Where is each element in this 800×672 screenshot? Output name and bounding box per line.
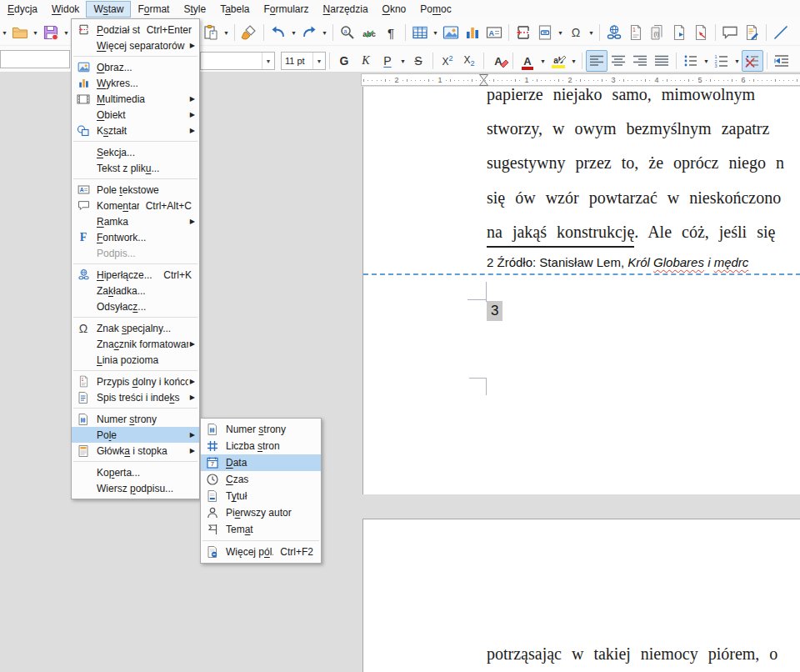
menuitem-sekcja[interactable]: Sekcja... — [72, 144, 199, 160]
menuitem-pole-tekstowe[interactable]: Pole tekstowe — [72, 182, 199, 198]
new-document-dropdown[interactable]: ▼ — [0, 22, 9, 43]
insert-endnote-button[interactable] — [647, 22, 668, 43]
justify-button[interactable] — [651, 50, 672, 72]
redo-dropdown[interactable]: ▼ — [320, 22, 329, 43]
menuitem-wiecej-separatorow[interactable]: Więcej separatorów▶ — [72, 38, 199, 53]
menu-okno[interactable]: Okno — [376, 2, 413, 17]
menuitem-zakladka[interactable]: Zakładka... — [72, 283, 199, 298]
open-button[interactable] — [9, 22, 31, 43]
bullet-list-dropdown[interactable]: ▼ — [702, 50, 711, 72]
insert-table-button[interactable] — [409, 22, 431, 43]
menuitem-glowka-i-stopka[interactable]: Główka i stopka▶ — [72, 443, 199, 459]
paste-button[interactable] — [200, 22, 222, 43]
numbered-list-dropdown[interactable]: ▼ — [732, 50, 742, 72]
submenuitem-wiecej-pol[interactable]: Więcej pól...Ctrl+F2 — [201, 544, 321, 560]
menuitem-odsylacz[interactable]: Odsyłacz... — [72, 298, 199, 314]
menuitem-wykres[interactable]: Wykres... — [72, 75, 199, 91]
clone-formatting-button[interactable] — [238, 22, 260, 43]
menuitem-ramka[interactable]: Ramka▶ — [72, 213, 199, 229]
open-dropdown[interactable]: ▼ — [31, 22, 40, 43]
bullet-list-button[interactable] — [680, 50, 702, 72]
font-size-combobox[interactable]: 11 pt▼ — [281, 52, 326, 70]
insert-pagebreak-button[interactable] — [512, 22, 534, 43]
numbered-list-button[interactable] — [711, 50, 732, 72]
align-right-button[interactable] — [629, 50, 651, 72]
menu-narzedzia[interactable]: Narzędzia — [317, 2, 375, 17]
menuitem-ksztalt[interactable]: Kształt▶ — [72, 123, 199, 138]
paste-dropdown[interactable]: ▼ — [222, 22, 231, 43]
formatting-marks-button[interactable]: ¶ — [380, 22, 402, 43]
menuitem-komentarz[interactable]: KomentarzCtrl+Alt+C — [72, 198, 199, 213]
highlight-color-button[interactable]: ab — [548, 50, 569, 72]
underline-dropdown[interactable]: ▼ — [398, 50, 408, 72]
font-color-button[interactable]: A — [517, 50, 538, 72]
redo-button[interactable] — [298, 22, 320, 43]
menuitem-wiersz-podpisu[interactable]: Wiersz podpisu... — [72, 480, 199, 496]
no-list-button[interactable] — [742, 50, 763, 72]
spellcheck-button[interactable]: abc — [358, 22, 380, 43]
insert-chart-button[interactable] — [462, 22, 483, 43]
insert-field-button[interactable] — [534, 22, 556, 43]
menu-pomoc[interactable]: Pomoc — [413, 2, 458, 17]
special-character-dropdown[interactable]: ▼ — [587, 22, 596, 43]
menuitem-znacznik-formatowania[interactable]: Znacznik formatowania▶ — [72, 336, 199, 352]
menu-style[interactable]: Style — [177, 2, 212, 17]
highlight-color-dropdown[interactable]: ▼ — [569, 50, 578, 72]
font-color-dropdown[interactable]: ▼ — [538, 50, 548, 72]
menuitem-tekst-z-pliku[interactable]: Tekst z pliku... — [72, 160, 199, 176]
menuitem-koperta[interactable]: Koperta... — [72, 464, 199, 480]
strikethrough-button[interactable]: S — [408, 50, 429, 72]
menuitem-znak-specjalny[interactable]: ΩZnak specjalny... — [72, 320, 199, 336]
save-button[interactable] — [40, 22, 62, 43]
submenuitem-pierwszy-autor[interactable]: Pierwszy autor — [201, 504, 321, 521]
bold-button[interactable]: G — [333, 50, 355, 72]
menuitem-podzial-strony[interactable]: Podział stronyCtrl+Enter — [72, 22, 199, 38]
insert-crossref-button[interactable] — [690, 22, 712, 43]
submenuitem-tytul[interactable]: Tytuł — [201, 488, 321, 504]
superscript-button[interactable]: X2 — [437, 50, 458, 72]
page-number-field[interactable]: 3 — [487, 301, 502, 321]
paragraph-style-combobox[interactable] — [0, 50, 70, 68]
increase-indent-button[interactable] — [771, 50, 792, 72]
horizontal-ruler[interactable]: 2 1 1 2 3 4 5 6 — [361, 73, 800, 86]
document-page-2[interactable]: potrząsając w takiej niemocy piórem, o — [362, 519, 800, 672]
undo-button[interactable] — [268, 22, 289, 43]
italic-button[interactable]: K — [355, 50, 377, 72]
insert-image-button[interactable] — [440, 22, 462, 43]
menu-edycja[interactable]: Edycja — [1, 2, 44, 17]
menu-widok[interactable]: Widok — [45, 2, 86, 17]
insert-comment-button[interactable] — [719, 22, 741, 43]
insert-field-dropdown[interactable]: ▼ — [556, 22, 565, 43]
align-left-button[interactable] — [586, 50, 608, 72]
menu-formularz[interactable]: Formularz — [258, 2, 316, 17]
document-page-1[interactable]: papierze niejako samo, mimowolnym stworz… — [362, 87, 800, 494]
find-replace-button[interactable] — [337, 22, 358, 43]
menuitem-spis-tresci[interactable]: Spis treści i indeks▶ — [72, 389, 199, 405]
underline-button[interactable]: P — [377, 50, 398, 72]
submenuitem-data[interactable]: Data — [201, 454, 321, 471]
insert-footnote-button[interactable] — [625, 22, 647, 43]
menuitem-linia-pozioma[interactable]: Linia pozioma — [72, 352, 199, 368]
menuitem-obraz[interactable]: Obraz... — [72, 59, 199, 75]
menuitem-przypis[interactable]: Przypis dolny i końcowy▶ — [72, 374, 199, 389]
save-dropdown[interactable]: ▼ — [62, 22, 71, 43]
submenuitem-czas[interactable]: Czas — [201, 471, 321, 488]
subscript-button[interactable]: X2 — [458, 50, 480, 72]
insert-textbox-button[interactable] — [483, 22, 505, 43]
menuitem-numer-strony[interactable]: Numer strony — [72, 411, 199, 427]
menu-wstaw[interactable]: Wstaw — [87, 2, 130, 17]
submenuitem-numer-strony[interactable]: Numer strony — [201, 421, 321, 438]
menuitem-fontwork[interactable]: FFontwork... — [72, 229, 199, 245]
insert-bookmark-button[interactable] — [668, 22, 690, 43]
submenuitem-liczba-stron[interactable]: Liczba stron — [201, 438, 321, 454]
menu-tabela[interactable]: Tabela — [213, 2, 256, 17]
special-character-button[interactable]: Ω — [565, 22, 587, 43]
menuitem-obiekt[interactable]: Obiekt▶ — [72, 107, 199, 123]
undo-dropdown[interactable]: ▼ — [289, 22, 298, 43]
align-center-button[interactable] — [608, 50, 629, 72]
menuitem-multimedia[interactable]: Multimedia▶ — [72, 91, 199, 107]
insert-hyperlink-button[interactable] — [603, 22, 625, 43]
insert-table-dropdown[interactable]: ▼ — [431, 22, 440, 43]
insert-line-button[interactable] — [770, 22, 792, 43]
clear-formatting-button[interactable]: A — [488, 50, 509, 72]
